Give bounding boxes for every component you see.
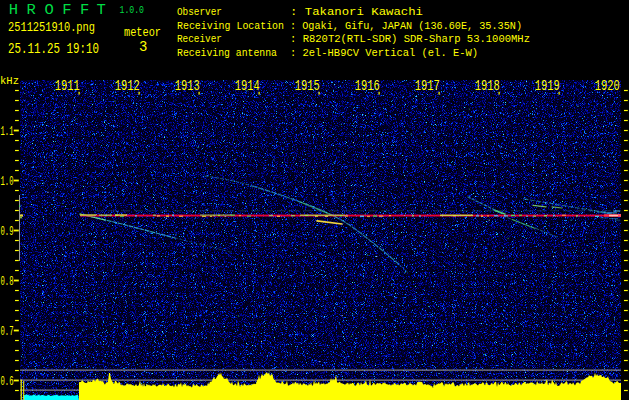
svg-text:25.11.25 19:10: 25.11.25 19:10: [8, 41, 99, 57]
svg-text:1915: 1915: [295, 78, 320, 94]
svg-text:0.9: 0.9: [1, 225, 14, 239]
svg-text:Receiver: Receiver: [177, 33, 222, 45]
svg-text:1918: 1918: [475, 78, 500, 94]
svg-text:Observer: Observer: [177, 6, 222, 18]
svg-text:3: 3: [139, 39, 147, 55]
svg-text:F: F: [80, 1, 89, 19]
svg-text:2511251910.png: 2511251910.png: [8, 20, 95, 35]
svg-text:F: F: [62, 1, 71, 19]
svg-text:: 2el-HB9CV Vertical (el. E-W): : 2el-HB9CV Vertical (el. E-W): [290, 47, 478, 59]
svg-text:: Ogaki, Gifu, JAPAN (136.60E,: : Ogaki, Gifu, JAPAN (136.60E, 35.35N): [290, 20, 522, 32]
svg-text:0.6: 0.6: [1, 375, 14, 389]
svg-text:1914: 1914: [235, 78, 260, 94]
svg-text:: R820T2(RTL-SDR) SDR-Sharp 53: : R820T2(RTL-SDR) SDR-Sharp 53.1000MHz: [290, 33, 530, 45]
svg-text:O: O: [44, 1, 53, 19]
svg-text:1920: 1920: [595, 78, 620, 94]
svg-text:1911: 1911: [55, 78, 80, 94]
svg-text:Receiving antenna: Receiving antenna: [177, 47, 277, 59]
svg-text:1.1: 1.1: [1, 125, 14, 139]
svg-text:1912: 1912: [115, 78, 140, 94]
svg-text:1917: 1917: [415, 78, 440, 94]
svg-text:1916: 1916: [355, 78, 380, 94]
svg-text:R: R: [27, 1, 36, 19]
svg-text:1.0: 1.0: [1, 175, 14, 189]
svg-text:0.8: 0.8: [1, 275, 14, 289]
svg-text:H: H: [9, 1, 18, 19]
svg-text:Receiving Location: Receiving Location: [177, 20, 284, 32]
svg-text:1919: 1919: [535, 78, 560, 94]
svg-text:: Takanori Kawachi: : Takanori Kawachi: [290, 6, 423, 18]
svg-text:1913: 1913: [175, 78, 200, 94]
svg-text:1.0.0: 1.0.0: [120, 4, 145, 16]
svg-text:0.7: 0.7: [1, 325, 14, 339]
svg-text:kHz: kHz: [0, 75, 19, 87]
svg-text:T: T: [97, 1, 106, 19]
